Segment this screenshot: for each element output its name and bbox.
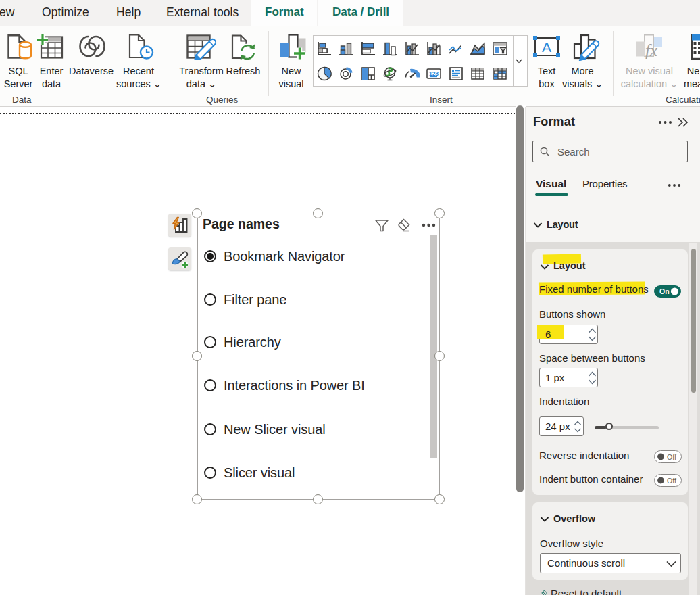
svg-text:Off: Off bbox=[667, 477, 676, 485]
svg-text:123: 123 bbox=[429, 70, 439, 77]
svg-text:Off: Off bbox=[667, 453, 676, 461]
svg-text:A: A bbox=[542, 39, 551, 55]
svg-text:fx: fx bbox=[645, 41, 657, 59]
svg-text:On: On bbox=[659, 287, 670, 295]
